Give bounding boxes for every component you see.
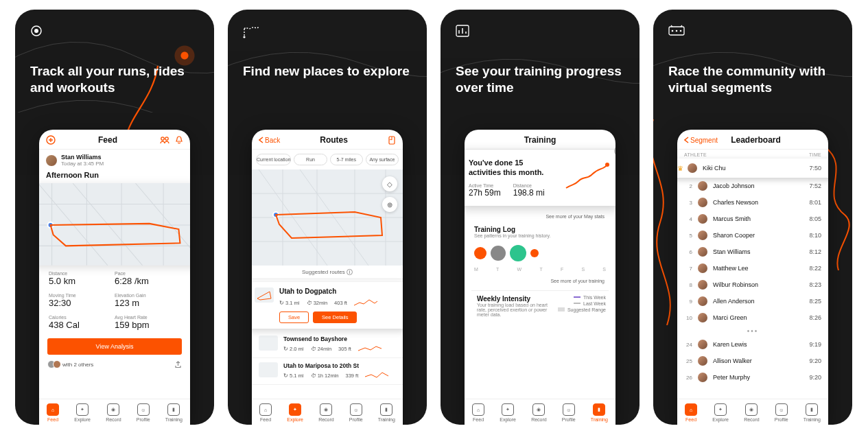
leaderboard-row[interactable]: 26Peter Murphy9:20 xyxy=(677,369,828,386)
tab-feed[interactable]: ⌂Feed xyxy=(685,403,697,422)
route-flag-icon xyxy=(243,25,261,41)
user-name[interactable]: Stan Williams xyxy=(61,154,104,161)
back-button[interactable]: Back xyxy=(259,137,280,144)
see-more-log[interactable]: See more of your training xyxy=(471,277,609,290)
tab-record[interactable]: ◉Record xyxy=(318,403,334,422)
leaderboard-row[interactable]: 5Sharon Cooper8:10 xyxy=(677,227,828,244)
stats-grid: Distance5.0 km Pace6:28 /km Moving Time3… xyxy=(39,264,190,334)
activity-timestamp: Today at 3:45 PM xyxy=(61,161,104,167)
chip-surface[interactable]: Any surface xyxy=(366,154,399,165)
svg-point-3 xyxy=(161,137,164,140)
leaderboard-row[interactable]: 2Jacob Johnson7:52 xyxy=(677,178,828,194)
training-log-title: Training Log xyxy=(471,226,609,233)
tab-training[interactable]: ▮Training xyxy=(591,403,608,422)
route-thumb xyxy=(255,287,274,303)
promo-card-leaderboard: Race the community with virtual segments… xyxy=(653,10,852,425)
tab-record[interactable]: ◉Record xyxy=(531,403,547,422)
activity-title[interactable]: Afternoon Run xyxy=(39,168,190,183)
tab-training[interactable]: ▮Training xyxy=(378,403,395,422)
leaderboard-title: Leaderboard xyxy=(731,135,781,145)
feed-title: Feed xyxy=(98,135,117,145)
topo-bg xyxy=(441,10,640,113)
rows-gap: ••• xyxy=(677,326,828,336)
tab-training[interactable]: ▮Training xyxy=(804,403,821,422)
svg-point-16 xyxy=(680,30,682,32)
add-icon[interactable] xyxy=(46,135,56,145)
promo-card-feed: Track all your runs, rides and workouts … xyxy=(15,10,214,425)
leaderboard-row[interactable]: 24Karen Lewis9:19 xyxy=(677,336,828,353)
col-time: Time xyxy=(809,152,821,157)
tab-explore[interactable]: ✦Explore xyxy=(74,403,91,422)
filter-chips: Current location Run 5-7 miles Any surfa… xyxy=(252,150,403,169)
headline: See your training progress over time xyxy=(456,63,624,96)
weekly-intensity[interactable]: Weekly Intensity Your training load base… xyxy=(471,290,609,321)
leaderboard-row[interactable]: 3Charles Newson8:01 xyxy=(677,194,828,211)
share-icon[interactable] xyxy=(174,361,182,368)
view-analysis-button[interactable]: View Analysis xyxy=(47,338,182,355)
phone-leaderboard: Segment Leaderboard Athlete Time ♛Kiki C… xyxy=(677,130,828,425)
segment-icon xyxy=(668,25,685,40)
leaderboard-row[interactable]: 8Wilbur Robinson8:23 xyxy=(677,277,828,293)
summary-title: You've done 15 activities this month. xyxy=(469,158,544,178)
record-dot-icon xyxy=(30,25,43,40)
svg-point-4 xyxy=(165,137,168,140)
leaderboard-row[interactable]: 25Allison Walker9:20 xyxy=(677,353,828,369)
routes-map[interactable]: ◇ ⊕ xyxy=(252,169,403,266)
suggested-header: Suggested routes i xyxy=(252,266,403,279)
leaderboard-row[interactable]: 4Marcus Smith8:05 xyxy=(677,211,828,227)
chart-icon xyxy=(456,25,469,40)
chip-distance[interactable]: 5-7 miles xyxy=(330,154,363,165)
month-summary-card[interactable]: × You've done 15 activities this month. … xyxy=(465,150,615,206)
phone-training: Training × You've done 15 activities thi… xyxy=(465,130,615,425)
details-button[interactable]: See Details xyxy=(313,311,357,323)
layers-icon[interactable]: ◇ xyxy=(382,176,397,191)
tab-profile[interactable]: ☺Profile xyxy=(349,403,363,422)
log-bubbles[interactable] xyxy=(471,242,609,264)
tab-bar: ⌂Feed ✦Explore ◉Record ☺Profile ▮Trainin… xyxy=(39,399,190,425)
headline: Find new places to explore xyxy=(243,63,412,80)
back-button[interactable]: Segment xyxy=(684,137,718,144)
with-others-label: with 2 others xyxy=(62,362,93,368)
leaderboard-row[interactable]: 6Stan Williams8:12 xyxy=(677,244,828,260)
featured-route-card[interactable]: Utah to Dogpatch ↻ 3.1 mi ⏱ 32min 403 ft… xyxy=(252,282,403,329)
leaderboard-row[interactable]: ♛Kiki Chu7:50 xyxy=(677,158,828,178)
svg-point-1 xyxy=(34,29,38,33)
tab-explore[interactable]: ✦Explore xyxy=(287,403,303,422)
phone-feed: Feed Stan Williams Today at 3:45 PM Afte… xyxy=(39,130,190,425)
chip-location[interactable]: Current location xyxy=(256,154,291,165)
tab-feed[interactable]: ⌂Feed xyxy=(47,403,59,422)
see-more-month[interactable]: See more of your May stats xyxy=(471,213,609,226)
tab-explore[interactable]: ✦Explore xyxy=(500,403,516,422)
route-row[interactable]: Townsend to Bayshore ↻ 2.0 mi⏱ 24min305 … xyxy=(252,331,403,358)
activity-map[interactable] xyxy=(39,183,190,264)
route-row[interactable]: Utah to Mariposa to 20th St ↻ 5.1 mi⏱ 1h… xyxy=(252,358,403,385)
save-button[interactable]: Save xyxy=(279,311,309,323)
locate-icon[interactable]: ⊕ xyxy=(382,197,397,212)
svg-point-15 xyxy=(676,30,678,32)
tab-profile[interactable]: ☺Profile xyxy=(137,403,150,422)
leaderboard-row[interactable]: 9Allen Anderson8:25 xyxy=(677,293,828,309)
route-name: Utah to Dogpatch xyxy=(279,287,400,295)
tab-record[interactable]: ◉Record xyxy=(744,403,760,422)
svg-point-14 xyxy=(672,30,674,32)
routes-title: Routes xyxy=(320,135,348,145)
tab-explore[interactable]: ✦Explore xyxy=(712,403,729,422)
bookmark-icon[interactable] xyxy=(388,136,396,145)
leaderboard-row[interactable]: 10Marci Green8:26 xyxy=(677,309,828,326)
leaderboard-row[interactable]: 7Matthew Lee8:22 xyxy=(677,260,828,277)
tab-training[interactable]: ▮Training xyxy=(165,403,183,422)
phone-routes: Back Routes Current location Run 5-7 mil… xyxy=(252,130,403,425)
tab-record[interactable]: ◉Record xyxy=(106,403,121,422)
crown-icon: ♛ xyxy=(677,165,683,172)
friends-icon[interactable] xyxy=(160,136,169,145)
tab-profile[interactable]: ☺Profile xyxy=(775,403,788,422)
avatar[interactable] xyxy=(46,155,57,166)
chip-sport[interactable]: Run xyxy=(294,154,327,165)
tab-feed[interactable]: ⌂Feed xyxy=(472,403,484,422)
promo-card-routes: Find new places to explore Back Routes C… xyxy=(228,10,427,425)
tab-feed[interactable]: ⌂Feed xyxy=(259,403,272,422)
headline: Race the community with virtual segments xyxy=(668,63,837,96)
training-title: Training xyxy=(524,135,556,145)
bell-icon[interactable] xyxy=(175,136,183,145)
tab-profile[interactable]: ☺Profile xyxy=(562,403,576,422)
